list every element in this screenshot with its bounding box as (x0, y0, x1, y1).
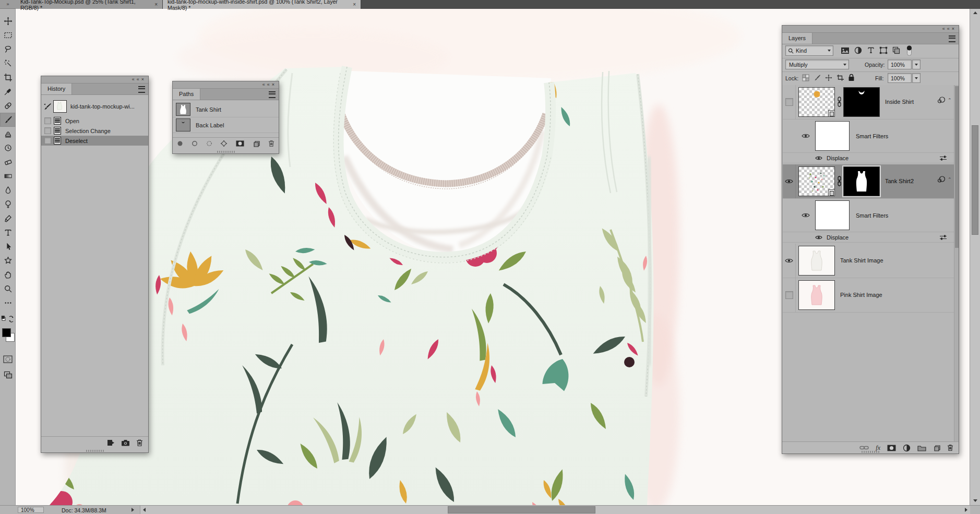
status-zoom-field[interactable]: 100% (18, 507, 44, 513)
new-adjustment-layer-icon[interactable] (903, 444, 911, 452)
add-layer-mask-icon[interactable] (887, 445, 896, 451)
panel-resize-grip[interactable] (217, 151, 235, 153)
collapse-panel-icon[interactable]: «« (262, 82, 272, 87)
document-tab-2[interactable]: kid-tank-top-mockup-with-inside-shirt.ps… (163, 0, 361, 9)
smart-filters-row[interactable]: Smart Filters (783, 119, 954, 153)
magic-wand-tool[interactable] (0, 56, 16, 70)
gradient-tool[interactable] (0, 169, 16, 183)
new-layer-icon[interactable] (933, 445, 940, 451)
layer-row-pink-shirt-image[interactable]: Pink Shirt Image (783, 278, 954, 313)
collapse-effects-icon[interactable]: ⌃ (948, 177, 952, 182)
scroll-left-icon[interactable] (143, 508, 146, 512)
blend-mode-select[interactable]: Multiply (785, 59, 849, 69)
hand-tool[interactable] (0, 268, 16, 282)
vertical-scroll-thumb[interactable] (972, 125, 978, 235)
new-snapshot-icon[interactable] (121, 439, 130, 446)
delete-icon[interactable] (136, 439, 143, 447)
new-document-from-state-icon[interactable] (106, 439, 115, 447)
eraser-tool[interactable] (0, 155, 16, 169)
collapse-effects-icon[interactable]: ⌃ (948, 98, 952, 103)
filter-adjustment-layers-icon[interactable] (854, 46, 862, 54)
history-item-selection-change[interactable]: Selection Change (41, 126, 148, 136)
panel-resize-grip[interactable] (86, 450, 104, 452)
filter-pixel-layers-icon[interactable] (841, 47, 850, 54)
scroll-right-icon[interactable] (965, 508, 967, 512)
crop-tool[interactable] (0, 70, 16, 85)
history-source-well[interactable] (44, 127, 51, 134)
edit-toolbar-button[interactable] (0, 296, 16, 310)
filter-row-displace[interactable]: Displace (783, 153, 954, 163)
visibility-toggle-hidden[interactable] (785, 291, 793, 299)
layer-mask-thumbnail-selected[interactable] (843, 166, 880, 196)
delete-icon[interactable] (268, 140, 274, 147)
add-mask-icon[interactable] (236, 140, 244, 147)
delete-layer-icon[interactable] (947, 444, 953, 451)
visibility-toggle-hidden[interactable] (785, 98, 793, 106)
screen-mode-button[interactable] (0, 368, 16, 382)
make-work-path-icon[interactable] (220, 140, 228, 147)
layer-row-tank-shirt-image[interactable]: Tank Shirt Image (783, 244, 954, 278)
filter-smart-objects-icon[interactable] (892, 46, 900, 54)
filter-toggle-icon[interactable] (906, 45, 913, 56)
opacity-select[interactable]: 100% (888, 59, 912, 69)
layer-thumbnail[interactable] (798, 166, 835, 196)
document-tab-1[interactable]: Kid-Tank-Top-Mockup.psd @ 25% (Tank Shir… (16, 0, 163, 9)
type-tool[interactable] (0, 225, 16, 240)
effects-badge-icon[interactable] (937, 97, 946, 104)
collapse-panel-icon[interactable]: «« (942, 26, 952, 31)
move-tool[interactable] (0, 14, 16, 28)
path-row-back-label[interactable]: Back Label (173, 117, 279, 133)
new-path-icon[interactable] (253, 140, 260, 147)
layer-row-inside-shirt[interactable]: Inside Shirt ⌃ (783, 85, 954, 119)
rectangular-marquee-tool[interactable] (0, 28, 16, 42)
lock-pixels-icon[interactable] (814, 74, 821, 81)
visibility-eye-icon[interactable] (815, 235, 822, 240)
history-source-well[interactable] (44, 117, 51, 124)
path-thumbnail[interactable] (176, 103, 190, 116)
mask-link-icon[interactable] (837, 176, 842, 186)
status-menu-chevron-icon[interactable] (132, 508, 134, 512)
dodge-tool[interactable] (0, 197, 16, 211)
close-panel-icon[interactable]: × (141, 77, 146, 82)
scroll-up-icon[interactable] (973, 11, 977, 14)
layer-thumbnail[interactable] (798, 280, 835, 310)
visibility-eye-icon[interactable] (802, 212, 810, 218)
visibility-eye-icon[interactable] (815, 156, 822, 161)
pen-tool[interactable] (0, 211, 16, 225)
horizontal-scroll-thumb[interactable] (448, 506, 595, 513)
history-item-deselect[interactable]: Deselect (41, 136, 148, 146)
layer-mask-thumbnail[interactable] (843, 87, 880, 117)
load-selection-icon[interactable] (206, 140, 212, 147)
filter-blending-options-icon[interactable] (939, 155, 947, 161)
visibility-eye-icon[interactable] (785, 258, 793, 264)
layer-thumbnail[interactable] (798, 87, 835, 117)
link-layers-icon[interactable] (859, 445, 869, 450)
tab-paths[interactable]: Paths (173, 89, 200, 100)
path-selection-tool[interactable] (0, 240, 16, 254)
layer-thumbnail[interactable] (798, 246, 835, 276)
close-icon[interactable]: × (353, 2, 356, 7)
panel-resize-grip[interactable] (862, 451, 879, 453)
path-thumbnail[interactable] (176, 118, 190, 132)
horizontal-scrollbar[interactable] (140, 506, 970, 514)
clone-stamp-tool[interactable] (0, 127, 16, 141)
layers-inner-scroll-thumb[interactable] (955, 86, 959, 248)
smart-filters-row[interactable]: Smart Filters (783, 199, 954, 232)
toolbar-header[interactable]: » (0, 0, 16, 9)
visibility-eye-icon[interactable] (785, 178, 793, 184)
layers-inner-scrollbar[interactable] (954, 85, 959, 441)
filter-type-layers-icon[interactable] (867, 46, 875, 54)
lock-all-icon[interactable] (848, 74, 855, 81)
path-row-tank-shirt[interactable]: Tank Shirt (173, 102, 279, 117)
mask-link-icon[interactable] (837, 97, 842, 107)
lock-position-icon[interactable] (825, 74, 832, 81)
filter-blending-options-icon[interactable] (939, 234, 947, 241)
vertical-scrollbar[interactable] (970, 9, 980, 505)
custom-shape-tool[interactable] (0, 254, 16, 268)
smart-filters-thumbnail[interactable] (815, 200, 850, 230)
filter-kind-select[interactable]: Kind (785, 45, 833, 56)
lock-artboard-icon[interactable] (836, 74, 844, 81)
close-panel-icon[interactable]: × (952, 26, 957, 31)
layer-row-tank-shirt2[interactable]: Tank Shirt2 ⌃ (783, 164, 954, 199)
history-item-open[interactable]: Open (41, 116, 148, 126)
